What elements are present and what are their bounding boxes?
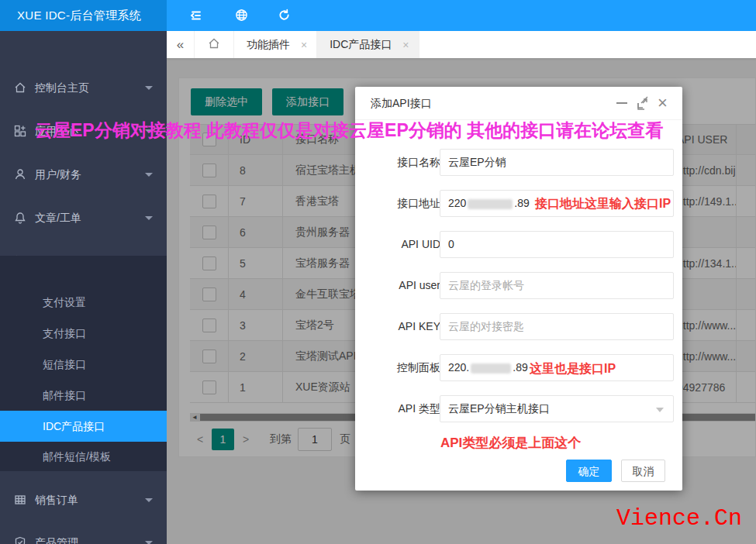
tab-label: 功能插件	[247, 38, 290, 52]
sidebar: 控制台主页 应用中心 用户/财务 文章/工单	[0, 31, 167, 544]
field-api-uid: API UID 0	[355, 231, 682, 258]
tab-plugin[interactable]: 功能插件 ×	[234, 31, 317, 58]
sidebar-item-sms-api[interactable]: 短信接口	[0, 349, 167, 380]
close-icon[interactable]: ×	[402, 39, 409, 51]
field-api-type: API 类型 云屋EP分销主机接口	[355, 395, 682, 422]
sidebar-item-articles[interactable]: 文章/工单	[0, 196, 167, 239]
sidebar-item-idc-api[interactable]: IDC产品接口	[0, 411, 167, 442]
sidebar-item-users[interactable]: 用户/财务	[0, 153, 167, 196]
api-user-input[interactable]: 云屋的登录帐号	[440, 272, 674, 299]
sidebar-item-pay-api[interactable]: 支付接口	[0, 318, 167, 349]
api-uid-input[interactable]: 0	[440, 231, 674, 258]
redacted-ip-blur	[471, 363, 511, 374]
chevron-down-icon	[145, 541, 153, 544]
sidebar-item-pay-settings[interactable]: 支付设置	[0, 287, 167, 318]
close-icon[interactable]: ×	[658, 93, 668, 113]
tab-label: IDC产品接口	[330, 38, 392, 52]
home-icon	[208, 37, 220, 52]
table-icon	[14, 494, 26, 506]
minimize-icon[interactable]	[616, 102, 627, 104]
field-api-key: API KEY 云屋的对接密匙	[355, 313, 682, 340]
home-icon	[14, 81, 26, 94]
sidebar-item-mail-sms-template[interactable]: 邮件短信/模板	[0, 441, 167, 472]
api-name-input[interactable]: 云屋EP分销	[440, 149, 674, 176]
field-control-panel: 控制面板 220..89	[355, 354, 682, 381]
add-api-modal: 添加API接口 × 接口名称 云屋EP分销 接口地址 220.89 API UI…	[355, 87, 682, 491]
sidebar-item-sales-orders[interactable]: 销售订单	[0, 478, 167, 522]
apps-icon	[14, 125, 26, 137]
tab-home[interactable]	[195, 31, 234, 58]
tab-idc-api[interactable]: IDC产品接口 ×	[317, 31, 419, 58]
chevron-down-icon	[656, 408, 664, 412]
modal-title: 添加API接口	[371, 87, 432, 120]
redacted-ip-blur	[468, 199, 513, 209]
control-panel-input[interactable]: 220..89	[440, 354, 674, 381]
api-address-input[interactable]: 220.89	[440, 190, 674, 217]
field-api-user: API user 云屋的登录帐号	[355, 272, 682, 299]
sidebar-item-apps[interactable]: 应用中心	[0, 109, 167, 153]
bell-icon	[14, 212, 26, 224]
app-screen: XUE IDC-后台管理系统 « 功能插件	[0, 0, 756, 544]
collapse-menu-icon[interactable]	[189, 9, 203, 22]
top-bar: XUE IDC-后台管理系统	[0, 0, 756, 31]
sidebar-item-console[interactable]: 控制台主页	[0, 66, 167, 109]
api-type-select[interactable]: 云屋EP分销主机接口	[440, 395, 674, 422]
cancel-button[interactable]: 取消	[621, 460, 665, 482]
user-icon	[14, 168, 26, 181]
refresh-icon[interactable]	[278, 9, 292, 22]
tabs-collapse-button[interactable]: «	[167, 31, 195, 58]
chevron-down-icon	[145, 173, 153, 177]
shield-icon	[14, 536, 26, 544]
modal-header[interactable]: 添加API接口 ×	[355, 87, 682, 120]
chevron-down-icon	[145, 86, 153, 90]
app-brand: XUE IDC-后台管理系统	[0, 0, 167, 31]
maximize-icon[interactable]	[637, 97, 649, 109]
sidebar-item-products[interactable]: 产品管理	[0, 521, 167, 544]
chevron-down-icon	[145, 216, 153, 220]
chevron-down-icon	[145, 129, 153, 133]
field-api-address: 接口地址 220.89	[355, 190, 682, 217]
api-submenu: 支付设置 支付接口 短信接口 邮件接口 IDC产品接口 邮件短信/模板	[0, 256, 167, 471]
globe-icon[interactable]	[235, 9, 249, 22]
field-api-name: 接口名称 云屋EP分销	[355, 149, 682, 176]
sidebar-item-mail-api[interactable]: 邮件接口	[0, 380, 167, 411]
chevron-down-icon	[145, 498, 153, 502]
api-key-input[interactable]: 云屋的对接密匙	[440, 313, 674, 340]
close-icon[interactable]: ×	[301, 39, 307, 51]
confirm-button[interactable]: 确定	[566, 460, 612, 482]
tab-bar: « 功能插件 × IDC产品接口 ×	[167, 31, 756, 59]
